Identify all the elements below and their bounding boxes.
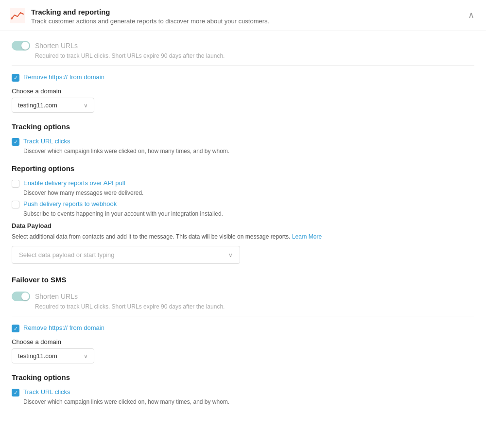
tracking-options-title: Tracking options <box>12 122 474 131</box>
reporting-options-title: Reporting options <box>12 164 474 172</box>
failover-domain-value: testing11.com <box>18 352 57 360</box>
reporting-options-section: Reporting options Enable delivery report… <box>12 164 474 264</box>
chevron-down-icon: ∨ <box>228 252 233 258</box>
shorten-urls-description: Required to track URL clicks. Short URLs… <box>35 52 474 59</box>
delivery-api-row: Enable delivery reports over API pull <box>12 179 474 188</box>
domain-select[interactable]: testing11.com ∨ <box>12 98 94 113</box>
failover-track-url-label: Track URL clicks <box>23 388 70 396</box>
divider-2 <box>12 316 474 316</box>
toggle-thumb <box>21 42 29 50</box>
failover-domain-select[interactable]: testing11.com ∨ <box>12 348 94 363</box>
shorten-urls-section: Shorten URLs Required to track URL click… <box>12 41 474 113</box>
tracking-icon <box>10 8 25 23</box>
track-url-checkbox[interactable]: ✓ <box>12 138 19 146</box>
failover-shorten-urls-toggle[interactable] <box>12 292 30 301</box>
shorten-urls-label: Shorten URLs <box>35 42 78 50</box>
learn-more-link[interactable]: Learn More <box>292 233 322 240</box>
failover-toggle-track <box>12 292 30 301</box>
failover-track-url-row: ✓ Track URL clicks <box>12 388 474 396</box>
header-subtitle: Track customer actions and generate repo… <box>31 17 269 25</box>
domain-value: testing11.com <box>18 102 57 109</box>
data-payload-title: Data Payload <box>12 222 474 229</box>
header-title: Tracking and reporting <box>31 8 269 16</box>
webhook-row: Push delivery reports to webhook <box>12 200 474 208</box>
payload-placeholder: Select data payload or start typing <box>19 251 115 258</box>
domain-label: Choose a domain <box>12 87 474 95</box>
remove-https-label: Remove https:// from domain <box>23 73 104 81</box>
toggle-track <box>12 41 30 51</box>
checkmark-icon: ✓ <box>14 75 18 81</box>
svg-rect-0 <box>10 8 25 23</box>
delivery-api-description: Discover how many messages were delivere… <box>23 190 474 196</box>
data-payload-description: Select additional data from contacts and… <box>12 232 474 241</box>
track-url-label: Track URL clicks <box>23 138 70 145</box>
remove-https-row: ✓ Remove https:// from domain <box>12 73 474 82</box>
delivery-api-checkbox[interactable] <box>12 180 19 188</box>
failover-toggle-thumb <box>21 293 29 300</box>
header-text: Tracking and reporting Track customer ac… <box>31 8 269 25</box>
checkmark-icon: ✓ <box>14 326 18 331</box>
failover-remove-https-label: Remove https:// from domain <box>23 324 104 331</box>
failover-remove-https-row: ✓ Remove https:// from domain <box>12 324 474 332</box>
failover-tracking-options-title: Tracking options <box>12 373 474 381</box>
tracking-options-section: Tracking options ✓ Track URL clicks Disc… <box>12 122 474 155</box>
track-url-description: Discover which campaign links were click… <box>23 148 474 155</box>
chevron-down-icon: ∨ <box>84 102 88 109</box>
shorten-urls-toggle[interactable] <box>12 41 30 51</box>
checkmark-icon: ✓ <box>14 390 18 396</box>
delivery-api-label: Enable delivery reports over API pull <box>23 179 125 187</box>
failover-track-url-description: Discover which campaign links were click… <box>23 398 474 405</box>
failover-shorten-urls-description: Required to track URL clicks. Short URLs… <box>35 303 474 310</box>
payload-select[interactable]: Select data payload or start typing ∨ <box>12 246 240 264</box>
failover-sms-section: Failover to SMS Shorten URLs Required to… <box>12 276 474 405</box>
divider-1 <box>12 65 474 66</box>
panel-content: Shorten URLs Required to track URL click… <box>0 31 486 425</box>
failover-shorten-urls-label: Shorten URLs <box>35 293 78 300</box>
failover-track-url-checkbox[interactable]: ✓ <box>12 389 19 396</box>
failover-title: Failover to SMS <box>12 276 474 284</box>
collapse-button[interactable]: ∧ <box>466 8 476 22</box>
remove-https-checkbox[interactable]: ✓ <box>12 74 19 82</box>
track-url-row: ✓ Track URL clicks <box>12 138 474 146</box>
webhook-description: Subscribe to events happening in your ac… <box>23 210 474 217</box>
failover-shorten-urls-toggle-row: Shorten URLs <box>12 292 474 301</box>
webhook-label: Push delivery reports to webhook <box>23 200 117 207</box>
webhook-checkbox[interactable] <box>12 201 19 208</box>
failover-domain-label: Choose a domain <box>12 338 474 345</box>
panel-header: Tracking and reporting Track customer ac… <box>0 0 486 31</box>
svg-point-1 <box>11 17 13 19</box>
checkmark-icon: ✓ <box>14 139 18 145</box>
header-left: Tracking and reporting Track customer ac… <box>10 8 269 25</box>
chevron-down-icon: ∨ <box>84 353 88 360</box>
shorten-urls-toggle-row: Shorten URLs <box>12 41 474 51</box>
failover-remove-https-checkbox[interactable]: ✓ <box>12 325 19 332</box>
